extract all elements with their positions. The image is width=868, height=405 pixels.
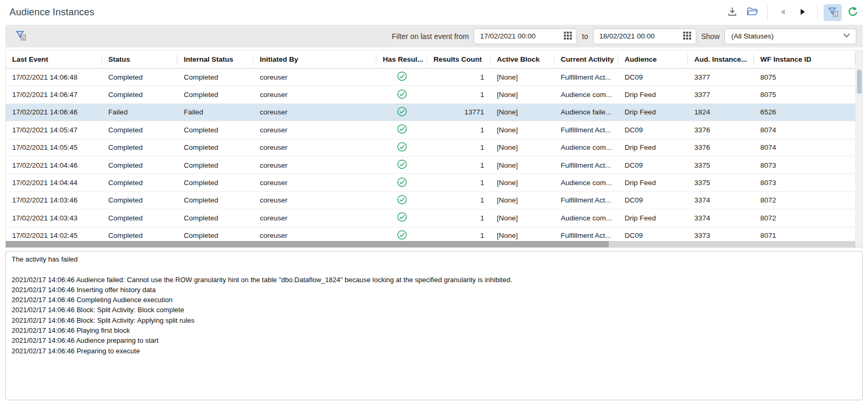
column-header-internal_status[interactable]: Internal Status <box>177 51 253 68</box>
table-row[interactable]: 17/02/2021 14:05:47CompletedCompletedcor… <box>6 121 855 139</box>
column-header-status[interactable]: Status <box>102 51 177 68</box>
cell-aud_instance: 3374 <box>688 192 754 209</box>
cell-last_event: 17/02/2021 14:06:46 <box>6 104 102 121</box>
audience-instances-table: Last EventStatusInternal StatusInitiated… <box>5 50 863 248</box>
forward-icon <box>799 8 807 17</box>
cell-results_count: 1 <box>427 209 490 226</box>
horizontal-scrollbar[interactable] <box>6 241 855 247</box>
back-button[interactable] <box>773 4 791 21</box>
open-folder-button[interactable] <box>743 4 761 21</box>
table-row[interactable]: 17/02/2021 14:05:45CompletedCompletedcor… <box>6 139 855 157</box>
date-from-input[interactable]: 17/02/2021 00:00 <box>474 28 577 44</box>
cell-aud_instance: 3376 <box>688 121 754 138</box>
cell-active_block: [None] <box>490 69 554 85</box>
cell-audience: Drip Feed <box>618 104 688 121</box>
vertical-scrollbar[interactable] <box>855 51 862 241</box>
cell-initiated_by: coreuser <box>253 227 376 242</box>
cell-last_event: 17/02/2021 14:04:44 <box>6 174 102 191</box>
table-row[interactable]: 17/02/2021 14:04:44CompletedCompletedcor… <box>6 174 855 191</box>
cell-status: Completed <box>102 174 177 191</box>
column-header-wf_instance_id[interactable]: WF Instance ID <box>754 51 855 68</box>
column-header-active_block[interactable]: Active Block <box>490 51 554 68</box>
cell-internal_status: Completed <box>177 227 253 242</box>
filter-summary-button[interactable] <box>12 28 30 45</box>
cell-audience: DC09 <box>618 157 688 173</box>
status-filter-select[interactable]: (All Statuses) <box>724 28 856 44</box>
cell-has_results <box>376 121 427 138</box>
cell-last_event: 17/02/2021 14:03:43 <box>6 209 102 226</box>
column-header-initiated_by[interactable]: Initiated By <box>253 51 376 68</box>
cell-last_event: 17/02/2021 14:05:45 <box>6 139 102 156</box>
cell-current_activity: Fulfillment Act... <box>554 227 618 242</box>
table-row[interactable]: 17/02/2021 14:03:46CompletedCompletedcor… <box>6 192 855 209</box>
forward-button[interactable] <box>794 4 812 21</box>
column-header-last_event[interactable]: Last Event <box>6 51 102 68</box>
table-row[interactable]: 17/02/2021 14:06:48CompletedCompletedcor… <box>6 69 855 86</box>
cell-has_results <box>376 69 427 85</box>
cell-has_results <box>376 174 427 191</box>
filter-toolbar: Filter on last event from 17/02/2021 00:… <box>5 25 863 47</box>
column-header-audience[interactable]: Audience <box>618 51 688 68</box>
page-title: Audience Instances <box>10 7 95 18</box>
back-icon <box>779 8 787 17</box>
cell-aud_instance: 3375 <box>688 174 754 191</box>
cell-current_activity: Audience com... <box>554 174 618 191</box>
cell-status: Completed <box>102 121 177 138</box>
cell-has_results <box>376 139 427 156</box>
table-row[interactable]: 17/02/2021 14:04:46CompletedCompletedcor… <box>6 157 855 174</box>
cell-current_activity: Audience faile... <box>554 104 618 121</box>
cell-initiated_by: coreuser <box>253 174 376 191</box>
column-header-current_activity[interactable]: Current Activity <box>554 51 618 68</box>
cell-audience: DC09 <box>618 69 688 85</box>
cell-last_event: 17/02/2021 14:03:46 <box>6 192 102 209</box>
cell-status: Completed <box>102 227 177 242</box>
cell-current_activity: Audience com... <box>554 139 618 156</box>
table-row[interactable]: 17/02/2021 14:02:45CompletedCompletedcor… <box>6 227 855 242</box>
download-icon <box>727 6 738 19</box>
refresh-button[interactable] <box>844 4 862 21</box>
cell-last_event: 17/02/2021 14:02:45 <box>6 227 102 242</box>
titlebar: Audience Instances <box>0 0 868 25</box>
cell-status: Completed <box>102 69 177 85</box>
cell-last_event: 17/02/2021 14:06:48 <box>6 69 102 85</box>
cell-last_event: 17/02/2021 14:04:46 <box>6 157 102 173</box>
cell-results_count: 1 <box>427 139 490 156</box>
vertical-scrollbar-thumb[interactable] <box>857 70 862 94</box>
log-line: 2021/02/17 14:06:46 Completing Audience … <box>12 295 856 305</box>
column-header-has_results[interactable]: Has Resul... <box>376 51 427 68</box>
table-row[interactable]: 17/02/2021 14:06:47CompletedCompletedcor… <box>6 86 855 103</box>
cell-active_block: [None] <box>490 157 554 173</box>
cell-aud_instance: 3376 <box>688 139 754 156</box>
cell-wf_instance_id: 8075 <box>754 69 855 85</box>
cell-status: Failed <box>102 104 177 121</box>
column-header-aud_instance[interactable]: Aud. Instance... <box>688 51 754 68</box>
cell-audience: DC09 <box>618 121 688 138</box>
cell-current_activity: Audience com... <box>554 209 618 226</box>
calendar-icon[interactable] <box>564 32 572 41</box>
cell-audience: Drip Feed <box>618 139 688 156</box>
download-button[interactable] <box>723 4 741 21</box>
has-results-check-icon <box>397 177 407 189</box>
has-results-check-icon <box>397 212 407 224</box>
calendar-icon[interactable] <box>683 32 691 41</box>
titlebar-separator <box>817 6 818 20</box>
horizontal-scrollbar-thumb[interactable] <box>6 241 609 247</box>
table-row[interactable]: 17/02/2021 14:06:46FailedFailedcoreuser1… <box>6 104 855 121</box>
cell-status: Completed <box>102 192 177 209</box>
cell-results_count: 1 <box>427 86 490 103</box>
cell-initiated_by: coreuser <box>253 104 376 121</box>
cell-audience: Drip Feed <box>618 86 688 103</box>
table-row[interactable]: 17/02/2021 14:03:43CompletedCompletedcor… <box>6 209 855 227</box>
cell-status: Completed <box>102 139 177 156</box>
cell-internal_status: Completed <box>177 139 253 156</box>
log-line: 2021/02/17 14:06:46 Block: Split Activit… <box>12 305 856 315</box>
filter-view-icon <box>826 5 839 20</box>
date-to-input[interactable]: 18/02/2021 00:00 <box>593 28 696 44</box>
filter-view-toggle-button[interactable] <box>824 4 842 21</box>
has-results-check-icon <box>397 230 407 242</box>
cell-last_event: 17/02/2021 14:05:47 <box>6 121 102 138</box>
has-results-check-icon <box>397 107 407 118</box>
column-header-results_count[interactable]: Results Count <box>427 51 490 68</box>
has-results-check-icon <box>397 142 407 153</box>
cell-wf_instance_id: 6526 <box>754 104 855 121</box>
